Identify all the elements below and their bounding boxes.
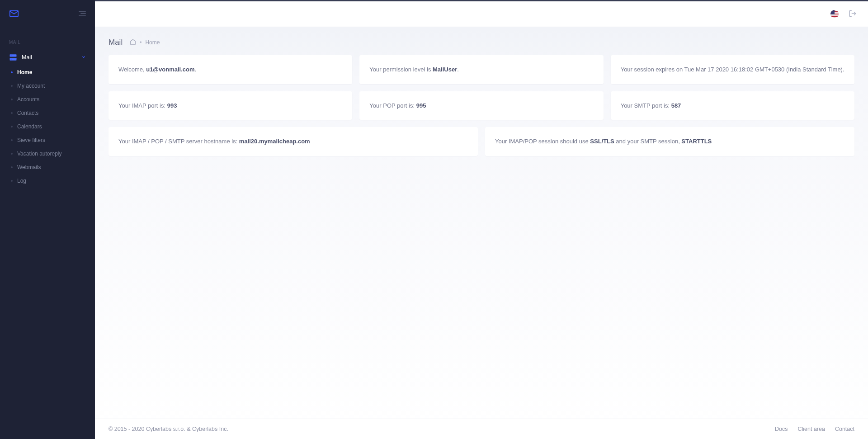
card-text: . (195, 66, 197, 73)
footer: © 2015 - 2020 Cyberlabs s.r.o. & Cyberla… (95, 419, 868, 439)
footer-copyright: © 2015 - 2020 Cyberlabs s.r.o. & Cyberla… (108, 426, 228, 432)
subnav-item-accounts[interactable]: Accounts (0, 93, 95, 106)
breadcrumb: • Home (130, 39, 160, 47)
page-title: Mail (108, 38, 123, 47)
card-text: and your SMTP session, (614, 138, 682, 145)
sidebar-toggle-icon[interactable] (79, 11, 86, 16)
svg-point-3 (11, 55, 12, 56)
subnav-item-my-account[interactable]: My account (0, 79, 95, 93)
card-text: Welcome, (118, 66, 146, 73)
subnav-item-log[interactable]: Log (0, 174, 95, 188)
logout-icon[interactable] (849, 9, 857, 19)
home-icon[interactable] (130, 39, 136, 47)
subnav-item-label: Home (17, 69, 32, 76)
card-pop-port: Your POP port is: 995 (359, 91, 603, 120)
card-text: Your POP port is: (369, 102, 416, 109)
subnav-item-contacts[interactable]: Contacts (0, 106, 95, 120)
card-value: MailUser (433, 66, 457, 73)
footer-link-docs[interactable]: Docs (775, 426, 788, 432)
subnav-item-label: Contacts (17, 110, 38, 116)
subnav-item-sieve-filters[interactable]: Sieve filters (0, 133, 95, 147)
subnav-item-label: My account (17, 83, 45, 89)
nav-item-mail[interactable]: Mail (0, 49, 95, 66)
card-session: Your session expires on Tue Mar 17 2020 … (611, 55, 854, 84)
breadcrumb-separator: • (140, 39, 142, 46)
footer-link-contact[interactable]: Contact (835, 426, 854, 432)
card-text: Your SMTP port is: (621, 102, 671, 109)
cards-row-1: Welcome, u1@vonmail.com. Your permission… (95, 55, 868, 84)
cards-row-2: Your IMAP port is: 993 Your POP port is:… (95, 91, 868, 120)
page-body: Mail • Home Welcome, u1@vonmail.com. You… (95, 27, 868, 439)
card-value: STARTTLS (681, 138, 712, 145)
mail-server-icon (9, 53, 17, 61)
sidebar-header (0, 0, 95, 27)
page-header: Mail • Home (95, 27, 868, 55)
card-value: SSL/TLS (590, 138, 614, 145)
card-value: 587 (671, 102, 681, 109)
footer-links: Docs Client area Contact (775, 426, 854, 432)
cards-row-3: Your IMAP / POP / SMTP server hostname i… (95, 127, 868, 156)
subnav-item-label: Vacation autoreply (17, 151, 62, 157)
card-text: Your IMAP / POP / SMTP server hostname i… (118, 138, 239, 145)
card-text: Your IMAP/POP session should use (495, 138, 590, 145)
card-text: Your session expires on Tue Mar 17 2020 … (621, 66, 844, 73)
nav-section-label: MAIL (0, 27, 95, 49)
card-value: 995 (416, 102, 426, 109)
nav-item-mail-label: Mail (22, 54, 32, 61)
subnav-item-label: Log (17, 178, 26, 184)
card-welcome: Welcome, u1@vonmail.com. (108, 55, 352, 84)
footer-link-client-area[interactable]: Client area (797, 426, 825, 432)
subnav-item-label: Accounts (17, 96, 39, 103)
topbar (95, 0, 868, 27)
card-text: Your permission level is (369, 66, 433, 73)
card-permission: Your permission level is MailUser. (359, 55, 603, 84)
svg-point-4 (11, 59, 12, 60)
card-tls: Your IMAP/POP session should use SSL/TLS… (485, 127, 854, 156)
main: Mail • Home Welcome, u1@vonmail.com. You… (95, 0, 868, 439)
subnav-mail: Home My account Accounts Contacts Calend… (0, 66, 95, 188)
card-hostname: Your IMAP / POP / SMTP server hostname i… (108, 127, 478, 156)
subnav-item-label: Webmails (17, 164, 41, 170)
subnav-item-home[interactable]: Home (0, 66, 95, 79)
subnav-item-vacation-autoreply[interactable]: Vacation autoreply (0, 147, 95, 160)
subnav-item-label: Sieve filters (17, 137, 45, 143)
breadcrumb-current: Home (145, 39, 160, 46)
logo-envelope-icon[interactable] (9, 9, 19, 19)
chevron-down-icon (81, 54, 86, 61)
subnav-item-label: Calendars (17, 123, 42, 130)
language-flag-icon[interactable] (830, 10, 839, 18)
card-text: Your IMAP port is: (118, 102, 167, 109)
subnav-item-webmails[interactable]: Webmails (0, 160, 95, 174)
card-value: u1@vonmail.com (146, 66, 194, 73)
card-smtp-port: Your SMTP port is: 587 (611, 91, 854, 120)
subnav-item-calendars[interactable]: Calendars (0, 120, 95, 133)
card-value: 993 (167, 102, 177, 109)
card-value: mail20.mymailcheap.com (239, 138, 310, 145)
card-text: . (457, 66, 459, 73)
sidebar: MAIL Mail Home My account Accounts Conta… (0, 0, 95, 439)
card-imap-port: Your IMAP port is: 993 (108, 91, 352, 120)
